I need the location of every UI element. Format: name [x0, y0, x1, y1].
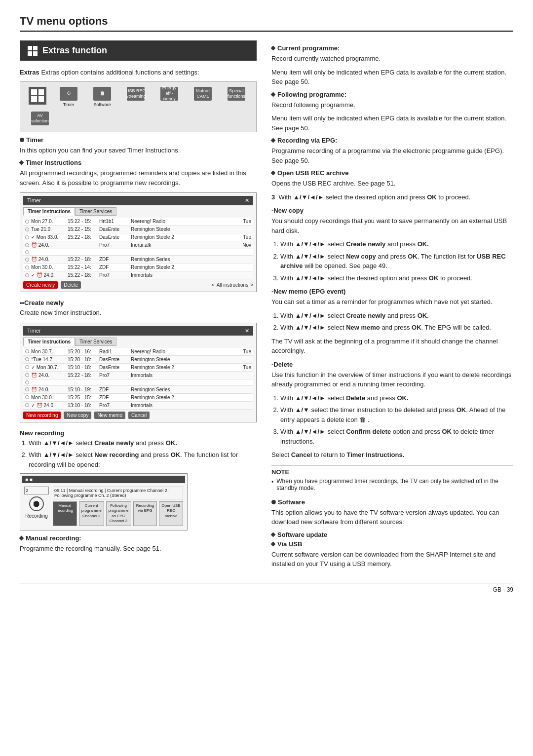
extras-logo — [29, 87, 46, 105]
timer-ui-title-text: Timer — [27, 197, 41, 204]
timer2-footer: New recording New copy New memo Cancel — [23, 412, 253, 419]
timer-ui2-title-text: Timer — [27, 328, 41, 334]
new-memo-desc: You can set a timer as a reminder for pr… — [271, 297, 513, 307]
via-usb-title: Via USB — [271, 540, 513, 548]
mature-icon: Mature CAM1 — [194, 87, 212, 101]
following-prog-desc2: Menu item will only be indicated when EP… — [271, 113, 513, 133]
intro-text: Extras Extras option contains additional… — [20, 68, 257, 77]
extras-timer-item: ⏲ Timer — [54, 87, 83, 108]
note-box: NOTE • When you have programmed timer re… — [271, 465, 513, 491]
timer-instructions-label: Timer Instructions — [26, 159, 81, 166]
section-header: Extras function — [20, 40, 257, 61]
extras-software-item: 📋 Software — [87, 87, 117, 108]
timer-label: Timer — [26, 136, 43, 144]
timer2-row-3: ✓ Mon 30.7.15:10 - 18:DasErsteRemington … — [23, 364, 253, 372]
recording-ui-body: 2 ⏺ Recording 05:11 | Manual recording |… — [22, 485, 185, 528]
arrow-right-icon: > — [250, 282, 253, 288]
timer-intro: In this option you can find your saved T… — [20, 146, 257, 155]
new-memo-btn[interactable]: New memo — [94, 412, 125, 419]
current-prog-label: Current programme: — [277, 44, 340, 52]
recording-ui-title: ■ ■ — [22, 476, 185, 483]
timer-rows: Mon 27.0.15:22 - 15:Hrt1b1Neereng! Radio… — [23, 218, 253, 279]
rec-label: Recording — [24, 513, 49, 519]
new-memo-title: -New memo (EPG event) — [271, 288, 513, 295]
nm-extra: The TV will ask at the beginning of a pr… — [271, 337, 513, 356]
tab-timer-instructions[interactable]: Timer Instructions — [23, 207, 75, 216]
all-instructions: < All instructions > — [84, 281, 253, 289]
software-section: Software This option allows you to have … — [271, 498, 513, 569]
following-programme-title: Following programme: — [271, 91, 513, 98]
arrow-left-icon: < — [212, 282, 215, 288]
select-cancel-text: Select Cancel to return to Timer Instruc… — [271, 450, 513, 460]
current-prog-desc2: Menu item will only be indicated when EP… — [271, 68, 513, 87]
new-copy-desc: You should copy recordings that you want… — [271, 216, 513, 235]
timer2-rows: Mon 30.7.15:20 - 16:Radi1Neereng! RadioT… — [23, 348, 253, 410]
note-text: When you have programmed timer recording… — [276, 478, 513, 491]
software-desc: This option allows you to have the TV so… — [271, 508, 513, 527]
current-programme-section: Current programme: Record currently watc… — [271, 44, 513, 87]
timer2-row-5 — [23, 379, 253, 386]
timer-ui-title: Timer ✕ — [23, 196, 253, 205]
timer-row-7: Mon 30.0.15:22 - 14:ZDFRemington Steele … — [23, 264, 253, 271]
new-copy-title: -New copy — [271, 207, 513, 214]
timer-title: Timer — [20, 136, 257, 144]
timer-row-1: Mon 27.0.15:22 - 15:Hrt1b1Neereng! Radio… — [23, 218, 253, 226]
timer-ui-box-2: Timer ✕ Timer Instructions Timer Service… — [20, 323, 257, 422]
recording-via-epg-item[interactable]: Recording via EPG — [133, 501, 157, 526]
timer2-row-8: ✓ ⏰ 24.0.13:10 - 18:Pro7Immortals — [23, 402, 253, 410]
av-icon: AV selection — [31, 112, 49, 125]
new-recording-btn[interactable]: New recording — [23, 412, 61, 419]
create-newly-btn[interactable]: Create newly — [23, 281, 58, 289]
rec-epg-label: Recording via EPG: — [277, 137, 337, 144]
timer-ui-box-1: Timer ✕ Timer Instructions Timer Service… — [20, 192, 257, 292]
software-update-bullet — [271, 532, 276, 537]
software-update-section: Software update Via USB Current software… — [271, 531, 513, 569]
manual-rec-item[interactable]: Manual recording — [53, 501, 77, 526]
new-copy-steps: With ▲/▼/◄/► select Create newly and pre… — [280, 239, 513, 283]
nm-step1: With ▲/▼/◄/► select Create newly and pre… — [280, 311, 513, 321]
timer-row-8: ✓ ⏰ 24.0.15:22 - 18:Pro7Immortals — [23, 271, 253, 279]
timer-ui2-title: Timer ✕ — [23, 326, 253, 336]
open-usb-label: Open USB REC archive — [277, 169, 349, 177]
timer-instructions-bullet — [19, 160, 24, 165]
timer-footer: Create newly Delete < All instructions > — [23, 281, 253, 289]
current-prog-bullet — [271, 46, 276, 51]
nr-step2: With ▲/▼/◄/► select New recording and pr… — [29, 450, 257, 469]
right-column: Current programme: Record currently watc… — [271, 40, 513, 573]
delete-btn[interactable]: Delete — [61, 281, 81, 289]
tab2-timer-services[interactable]: Timer Services — [75, 338, 116, 346]
open-usb-item[interactable]: Open USB REC archive — [159, 501, 183, 526]
nr-step1: With ▲/▼/◄/► select Create newly and pre… — [29, 438, 257, 448]
software-update-title: Software update — [271, 531, 513, 538]
recording-via-epg-title: Recording via EPG: — [271, 137, 513, 144]
delete-desc: Use this function in the overview of tim… — [271, 370, 513, 389]
note-title: NOTE — [271, 468, 513, 476]
step3-text: 3 With ▲/▼/◄/► select the desired option… — [271, 192, 513, 202]
nc-step2: With ▲/▼/◄/► select New copy and press O… — [280, 252, 513, 271]
new-copy-btn[interactable]: New copy — [64, 412, 91, 419]
timer-instructions-section: Timer Instructions All programmed record… — [20, 159, 257, 188]
timer-tabs: Timer Instructions Timer Services — [23, 207, 253, 216]
recording-info: 05:11 | Manual recording | Current progr… — [53, 487, 183, 499]
new-recording-title: New recording — [20, 429, 257, 437]
cancel-btn[interactable]: Cancel — [128, 412, 150, 419]
extras-special-item: Special functions — [222, 87, 251, 108]
timer-section: Timer In this option you can find your s… — [20, 136, 257, 155]
following-prog-item[interactable]: Following programme as EPG Channel 2 — [106, 501, 131, 526]
del-step3: With ▲/▼/◄/► select Confirm delete optio… — [280, 427, 513, 446]
current-prog-item[interactable]: Current programme Channel 2 — [79, 501, 104, 526]
recording-left-panel: 2 ⏺ Recording — [24, 487, 49, 526]
via-usb-bullet — [271, 541, 276, 546]
new-recording-steps: With ▲/▼/◄/► select Create newly and pre… — [29, 438, 257, 470]
tab-timer-services[interactable]: Timer Services — [75, 207, 116, 216]
open-usb-desc: Opens the USB REC archive. See page 51. — [271, 179, 513, 189]
software-bullet — [271, 500, 276, 504]
via-usb-label: Via USB — [277, 540, 302, 548]
timer2-row-6: ⏰ 24.0.15:10 - 19:ZDFRemington Series — [23, 386, 253, 394]
create-newly-desc: Create new timer instruction. — [20, 308, 257, 318]
nc-step1: With ▲/▼/◄/► select Create newly and pre… — [280, 239, 513, 249]
timer2-row-1: Mon 30.7.15:20 - 16:Radi1Neereng! RadioT… — [23, 348, 253, 356]
nm-step2: With ▲/▼/◄/► select New memo and press O… — [280, 323, 513, 333]
open-usb-section: Open USB REC archive Opens the USB REC a… — [271, 169, 513, 189]
tab2-timer-instructions[interactable]: Timer Instructions — [23, 338, 75, 346]
